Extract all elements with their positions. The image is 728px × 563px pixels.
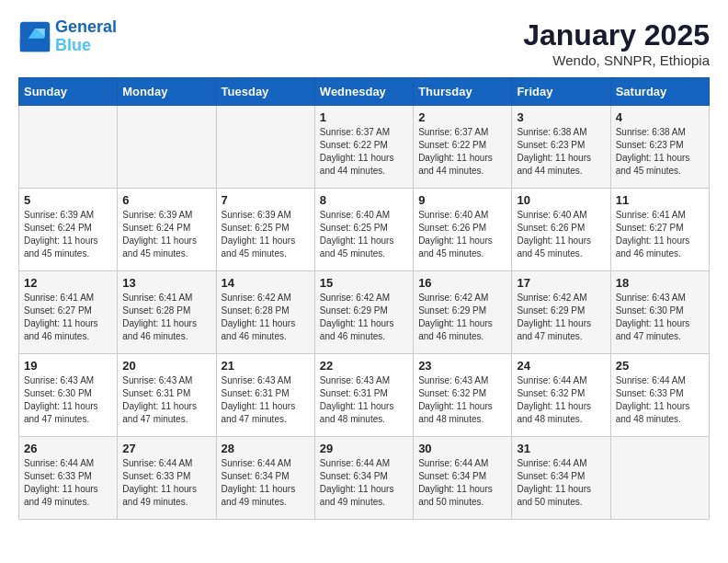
day-number: 4 xyxy=(616,110,704,124)
calendar-table: SundayMondayTuesdayWednesdayThursdayFrid… xyxy=(18,77,710,520)
day-info: Sunrise: 6:40 AM Sunset: 6:25 PM Dayligh… xyxy=(320,209,408,260)
calendar-cell: 8Sunrise: 6:40 AM Sunset: 6:25 PM Daylig… xyxy=(314,189,413,271)
day-number: 20 xyxy=(122,359,210,373)
calendar-cell xyxy=(216,106,314,189)
day-number: 3 xyxy=(517,110,605,124)
day-number: 5 xyxy=(24,193,112,207)
calendar-cell: 3Sunrise: 6:38 AM Sunset: 6:23 PM Daylig… xyxy=(512,106,610,189)
day-info: Sunrise: 6:43 AM Sunset: 6:31 PM Dayligh… xyxy=(122,374,210,426)
day-info: Sunrise: 6:43 AM Sunset: 6:31 PM Dayligh… xyxy=(320,374,408,426)
day-info: Sunrise: 6:43 AM Sunset: 6:30 PM Dayligh… xyxy=(616,292,704,343)
day-number: 13 xyxy=(122,276,210,290)
calendar-cell: 25Sunrise: 6:44 AM Sunset: 6:33 PM Dayli… xyxy=(610,354,709,437)
title-block: January 2025 Wendo, SNNPR, Ethiopia xyxy=(523,18,710,68)
calendar-cell xyxy=(118,106,216,189)
logo-line2: Blue xyxy=(55,36,91,54)
day-number: 21 xyxy=(222,359,310,373)
calendar-header-row: SundayMondayTuesdayWednesdayThursdayFrid… xyxy=(19,78,710,106)
day-number: 29 xyxy=(320,442,408,455)
calendar-cell: 4Sunrise: 6:38 AM Sunset: 6:23 PM Daylig… xyxy=(610,106,709,189)
calendar-week-row: 5Sunrise: 6:39 AM Sunset: 6:24 PM Daylig… xyxy=(19,189,710,271)
calendar-cell: 29Sunrise: 6:44 AM Sunset: 6:34 PM Dayli… xyxy=(314,437,413,520)
day-number: 9 xyxy=(418,193,506,207)
calendar-cell: 24Sunrise: 6:44 AM Sunset: 6:32 PM Dayli… xyxy=(512,354,610,437)
month-title: January 2025 xyxy=(523,18,710,52)
day-number: 1 xyxy=(320,110,408,124)
logo-text: General Blue xyxy=(55,18,117,55)
day-number: 28 xyxy=(222,442,310,455)
day-number: 6 xyxy=(122,193,210,207)
header-day-sunday: Sunday xyxy=(19,78,118,106)
calendar-cell: 11Sunrise: 6:41 AM Sunset: 6:27 PM Dayli… xyxy=(610,189,709,271)
calendar-cell: 17Sunrise: 6:42 AM Sunset: 6:29 PM Dayli… xyxy=(512,271,610,354)
calendar-cell: 27Sunrise: 6:44 AM Sunset: 6:33 PM Dayli… xyxy=(118,437,216,520)
header-day-saturday: Saturday xyxy=(610,78,709,106)
header-day-tuesday: Tuesday xyxy=(216,78,314,106)
day-info: Sunrise: 6:38 AM Sunset: 6:23 PM Dayligh… xyxy=(517,126,605,178)
calendar-cell: 22Sunrise: 6:43 AM Sunset: 6:31 PM Dayli… xyxy=(314,354,413,437)
calendar-cell: 19Sunrise: 6:43 AM Sunset: 6:30 PM Dayli… xyxy=(19,354,118,437)
day-number: 30 xyxy=(418,442,506,455)
day-info: Sunrise: 6:43 AM Sunset: 6:30 PM Dayligh… xyxy=(24,374,112,426)
calendar-cell: 1Sunrise: 6:37 AM Sunset: 6:22 PM Daylig… xyxy=(314,106,413,189)
logo: General Blue xyxy=(18,18,117,55)
day-info: Sunrise: 6:44 AM Sunset: 6:34 PM Dayligh… xyxy=(517,457,605,509)
day-info: Sunrise: 6:39 AM Sunset: 6:25 PM Dayligh… xyxy=(222,209,310,260)
day-info: Sunrise: 6:44 AM Sunset: 6:32 PM Dayligh… xyxy=(517,374,605,426)
logo-icon xyxy=(18,20,51,53)
day-info: Sunrise: 6:41 AM Sunset: 6:27 PM Dayligh… xyxy=(616,209,704,260)
day-info: Sunrise: 6:37 AM Sunset: 6:22 PM Dayligh… xyxy=(320,126,408,178)
calendar-cell xyxy=(610,437,709,520)
day-number: 23 xyxy=(418,359,506,373)
day-info: Sunrise: 6:41 AM Sunset: 6:27 PM Dayligh… xyxy=(24,292,112,343)
calendar-week-row: 19Sunrise: 6:43 AM Sunset: 6:30 PM Dayli… xyxy=(19,354,710,437)
calendar-cell: 26Sunrise: 6:44 AM Sunset: 6:33 PM Dayli… xyxy=(19,437,118,520)
day-info: Sunrise: 6:42 AM Sunset: 6:29 PM Dayligh… xyxy=(418,292,506,343)
calendar-cell: 20Sunrise: 6:43 AM Sunset: 6:31 PM Dayli… xyxy=(118,354,216,437)
day-info: Sunrise: 6:42 AM Sunset: 6:29 PM Dayligh… xyxy=(320,292,408,343)
calendar-cell: 7Sunrise: 6:39 AM Sunset: 6:25 PM Daylig… xyxy=(216,189,314,271)
day-info: Sunrise: 6:42 AM Sunset: 6:29 PM Dayligh… xyxy=(517,292,605,343)
calendar-week-row: 1Sunrise: 6:37 AM Sunset: 6:22 PM Daylig… xyxy=(19,106,710,189)
calendar-cell: 15Sunrise: 6:42 AM Sunset: 6:29 PM Dayli… xyxy=(314,271,413,354)
day-info: Sunrise: 6:39 AM Sunset: 6:24 PM Dayligh… xyxy=(24,209,112,260)
day-info: Sunrise: 6:43 AM Sunset: 6:31 PM Dayligh… xyxy=(222,374,310,426)
day-number: 11 xyxy=(616,193,704,207)
calendar-cell: 5Sunrise: 6:39 AM Sunset: 6:24 PM Daylig… xyxy=(19,189,118,271)
header-day-thursday: Thursday xyxy=(414,78,512,106)
calendar-cell: 28Sunrise: 6:44 AM Sunset: 6:34 PM Dayli… xyxy=(216,437,314,520)
calendar-cell: 10Sunrise: 6:40 AM Sunset: 6:26 PM Dayli… xyxy=(512,189,610,271)
calendar-cell: 16Sunrise: 6:42 AM Sunset: 6:29 PM Dayli… xyxy=(414,271,512,354)
day-number: 19 xyxy=(24,359,112,373)
day-info: Sunrise: 6:44 AM Sunset: 6:34 PM Dayligh… xyxy=(320,457,408,509)
day-info: Sunrise: 6:44 AM Sunset: 6:34 PM Dayligh… xyxy=(418,457,506,509)
calendar-cell: 21Sunrise: 6:43 AM Sunset: 6:31 PM Dayli… xyxy=(216,354,314,437)
day-info: Sunrise: 6:44 AM Sunset: 6:33 PM Dayligh… xyxy=(24,457,112,509)
calendar-week-row: 26Sunrise: 6:44 AM Sunset: 6:33 PM Dayli… xyxy=(19,437,710,520)
day-info: Sunrise: 6:42 AM Sunset: 6:28 PM Dayligh… xyxy=(222,292,310,343)
calendar-cell: 12Sunrise: 6:41 AM Sunset: 6:27 PM Dayli… xyxy=(19,271,118,354)
day-info: Sunrise: 6:37 AM Sunset: 6:22 PM Dayligh… xyxy=(418,126,506,178)
calendar-cell: 31Sunrise: 6:44 AM Sunset: 6:34 PM Dayli… xyxy=(512,437,610,520)
day-number: 31 xyxy=(517,442,605,455)
calendar-week-row: 12Sunrise: 6:41 AM Sunset: 6:27 PM Dayli… xyxy=(19,271,710,354)
day-number: 8 xyxy=(320,193,408,207)
calendar-cell xyxy=(19,106,118,189)
page-header: General Blue January 2025 Wendo, SNNPR, … xyxy=(18,18,710,68)
svg-rect-3 xyxy=(20,39,50,52)
day-number: 17 xyxy=(517,276,605,290)
day-info: Sunrise: 6:40 AM Sunset: 6:26 PM Dayligh… xyxy=(418,209,506,260)
day-info: Sunrise: 6:44 AM Sunset: 6:34 PM Dayligh… xyxy=(222,457,310,509)
header-day-wednesday: Wednesday xyxy=(314,78,413,106)
day-number: 15 xyxy=(320,276,408,290)
day-number: 10 xyxy=(517,193,605,207)
day-number: 26 xyxy=(24,442,112,455)
calendar-cell: 6Sunrise: 6:39 AM Sunset: 6:24 PM Daylig… xyxy=(118,189,216,271)
day-info: Sunrise: 6:41 AM Sunset: 6:28 PM Dayligh… xyxy=(122,292,210,343)
day-info: Sunrise: 6:39 AM Sunset: 6:24 PM Dayligh… xyxy=(122,209,210,260)
day-number: 2 xyxy=(418,110,506,124)
day-number: 24 xyxy=(517,359,605,373)
calendar-cell: 13Sunrise: 6:41 AM Sunset: 6:28 PM Dayli… xyxy=(118,271,216,354)
calendar-cell: 18Sunrise: 6:43 AM Sunset: 6:30 PM Dayli… xyxy=(610,271,709,354)
day-number: 25 xyxy=(616,359,704,373)
